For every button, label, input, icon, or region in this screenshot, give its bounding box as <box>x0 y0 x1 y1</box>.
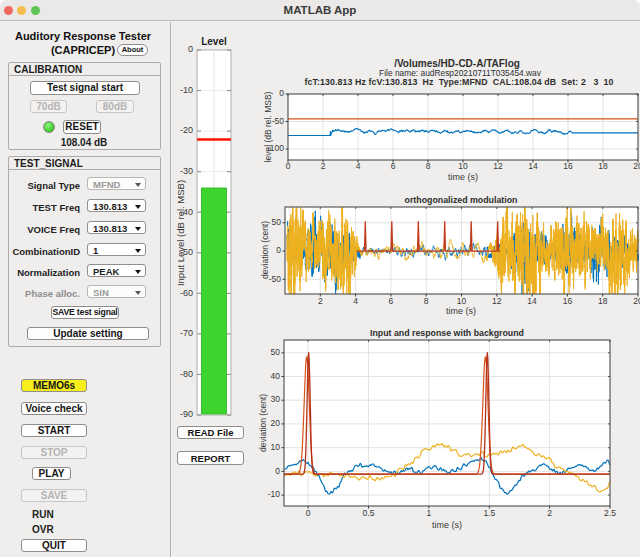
svg-text:deviation (cent): deviation (cent) <box>258 394 268 452</box>
svg-text:50: 50 <box>272 217 282 227</box>
svg-text:0.5: 0.5 <box>363 508 375 518</box>
svg-text:10: 10 <box>271 442 281 452</box>
svg-text:2: 2 <box>321 161 326 171</box>
svg-text:12: 12 <box>493 161 503 171</box>
svg-text:-70: -70 <box>180 328 193 338</box>
svg-text:4: 4 <box>356 161 361 171</box>
svg-text:0: 0 <box>306 508 311 518</box>
svg-text:File name: audResp20210711T035: File name: audResp20210711T035454.wav <box>379 68 542 78</box>
svg-text:time (s): time (s) <box>432 520 462 530</box>
svg-text:0: 0 <box>275 466 280 476</box>
svg-text:deviation (cent): deviation (cent) <box>260 221 270 279</box>
svg-text:time (s): time (s) <box>448 172 478 182</box>
svg-text:2: 2 <box>547 508 552 518</box>
svg-text:14: 14 <box>527 296 537 306</box>
svg-text:20: 20 <box>633 161 640 171</box>
svg-text:16: 16 <box>563 161 573 171</box>
svg-text:level (dB rel. MSB): level (dB rel. MSB) <box>263 91 273 162</box>
svg-text:orthogonalized modulation: orthogonalized modulation <box>405 195 518 205</box>
svg-text:16: 16 <box>563 296 573 306</box>
svg-text:-30: -30 <box>180 166 193 176</box>
svg-text:0: 0 <box>188 44 193 54</box>
svg-text:-10: -10 <box>180 85 193 95</box>
svg-text:30: 30 <box>271 394 281 404</box>
svg-text:-60: -60 <box>180 288 193 298</box>
svg-text:10: 10 <box>458 161 468 171</box>
svg-text:-90: -90 <box>180 409 193 419</box>
svg-text:10: 10 <box>457 296 467 306</box>
svg-text:fcT:130.813 Hz fcV:130.813 Hz: fcT:130.813 Hz fcV:130.813 Hz Type:MFND … <box>304 77 613 87</box>
svg-text:18: 18 <box>598 296 608 306</box>
svg-text:40: 40 <box>271 371 281 381</box>
svg-text:20: 20 <box>271 418 281 428</box>
svg-text:6: 6 <box>391 161 396 171</box>
svg-text:2.5: 2.5 <box>604 508 616 518</box>
svg-text:1.5: 1.5 <box>483 508 495 518</box>
svg-text:-10: -10 <box>268 489 281 499</box>
svg-text:8: 8 <box>424 296 429 306</box>
svg-text:-80: -80 <box>180 369 193 379</box>
svg-text:8: 8 <box>426 161 431 171</box>
svg-text:4: 4 <box>353 296 358 306</box>
svg-text:6: 6 <box>389 296 394 306</box>
svg-text:Level: Level <box>201 36 227 47</box>
svg-text:Input and response with backgr: Input and response with background <box>370 328 524 338</box>
svg-text:0: 0 <box>276 245 281 255</box>
svg-text:1: 1 <box>427 508 432 518</box>
svg-text:14: 14 <box>528 161 538 171</box>
svg-text:0: 0 <box>286 161 291 171</box>
svg-text:18: 18 <box>598 161 608 171</box>
svg-text:-20: -20 <box>180 125 193 135</box>
svg-text:-50: -50 <box>272 116 285 126</box>
svg-text:12: 12 <box>492 296 502 306</box>
svg-text:2: 2 <box>318 296 323 306</box>
svg-text:0: 0 <box>279 88 284 98</box>
svg-text:Input Level (dB rel. MSB): Input Level (dB rel. MSB) <box>175 180 186 286</box>
svg-text:50: 50 <box>271 347 281 357</box>
svg-text:20: 20 <box>633 296 640 306</box>
svg-text:-50: -50 <box>269 274 282 284</box>
svg-text:time (s): time (s) <box>446 306 476 316</box>
